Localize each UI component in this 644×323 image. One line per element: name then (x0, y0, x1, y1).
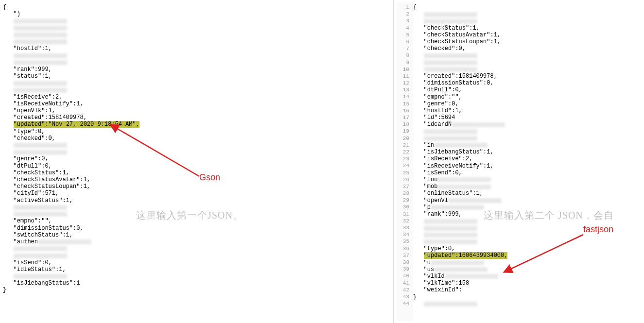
code-line: "vlkId (413, 273, 507, 280)
code-line (3, 204, 393, 211)
code-line: "switchStatus":1, (3, 232, 393, 238)
code-line-highlight: "updated":"Nov 27, 2020 9:18:54 AM", (3, 121, 393, 128)
line-number: 42 (397, 287, 409, 293)
line-number: 1 (397, 4, 409, 11)
code-line: } (413, 294, 507, 301)
line-number: 3 (397, 17, 409, 24)
line-number: 37 (397, 252, 409, 259)
code-line: "checkStatusLoupan":1, (3, 183, 393, 190)
code-line: "in (413, 142, 507, 149)
code-line (413, 128, 507, 135)
code-line: "isSend":0, (3, 259, 393, 266)
code-line (413, 232, 507, 238)
code-line: "checkStatusAvatar":1, (413, 32, 507, 38)
code-line (3, 245, 393, 252)
code-line: "hostId":1, (413, 107, 507, 114)
line-number: 29 (397, 197, 409, 204)
line-number: 17 (397, 114, 409, 121)
code-line (413, 238, 507, 245)
line-number: 7 (397, 45, 409, 52)
json-editor-right[interactable]: 1234567891011121314151617181920212223242… (394, 0, 644, 323)
line-number: 35 (397, 238, 409, 245)
code-line (413, 11, 507, 17)
code-line: "empno":"", (413, 94, 507, 101)
line-number: 2 (397, 11, 409, 17)
annotation-label-gson: Gson (199, 172, 220, 183)
code-line-highlight: "updated":1606439934000, (413, 252, 507, 259)
code-line: "type":0, (413, 245, 507, 252)
code-line (3, 86, 393, 93)
line-number: 22 (397, 149, 409, 155)
line-number: 11 (397, 73, 409, 80)
code-line: "genre":0, (413, 101, 507, 107)
line-number-gutter: 1234567891011121314151617181920212223242… (397, 2, 413, 321)
code-line: "dimissionStatus":0, (3, 225, 393, 232)
line-number: 43 (397, 293, 409, 300)
code-line (3, 17, 393, 24)
line-number: 28 (397, 190, 409, 197)
line-number: 27 (397, 183, 409, 190)
code-line (413, 225, 507, 232)
line-number: 36 (397, 245, 409, 252)
code-line (413, 17, 507, 24)
line-number: 33 (397, 224, 409, 231)
code-line: "weixinId": (413, 287, 507, 293)
line-number: 41 (397, 280, 409, 287)
code-line (413, 218, 507, 224)
line-number: 9 (397, 59, 409, 66)
code-line: } (3, 287, 393, 293)
code-line: "idcardN (413, 121, 507, 128)
code-line (413, 59, 507, 66)
code-line: "isJiebangStatus":1, (413, 149, 507, 155)
code-line: "genre":0, (3, 155, 393, 162)
code-line (413, 52, 507, 59)
code-line: "activeStatus":1, (3, 197, 393, 204)
code-line: "checkStatusLoupan":1, (413, 38, 507, 45)
code-line: "checked":0, (413, 45, 507, 52)
line-number: 4 (397, 25, 409, 32)
code-line: "rank":999, (3, 66, 393, 73)
line-number: 39 (397, 266, 409, 272)
line-number: 18 (397, 121, 409, 128)
line-number: 12 (397, 80, 409, 86)
line-number: 40 (397, 272, 409, 279)
code-line (413, 301, 507, 307)
line-number: 26 (397, 176, 409, 183)
code-line: "dimissionStatus":0, (413, 80, 507, 86)
code-line (413, 135, 507, 142)
code-line: "p (413, 204, 507, 211)
code-line (3, 273, 393, 280)
line-number: 21 (397, 142, 409, 149)
code-line (3, 149, 393, 155)
code-line: "cityId":571, (3, 190, 393, 197)
line-number: 16 (397, 107, 409, 114)
code-line (3, 32, 393, 38)
line-number: 10 (397, 66, 409, 73)
line-number: 6 (397, 38, 409, 45)
line-number: 13 (397, 86, 409, 93)
code-line (3, 80, 393, 86)
line-number: 23 (397, 155, 409, 162)
line-number: 38 (397, 259, 409, 266)
code-line: "isReceiveNotify":1, (413, 163, 507, 170)
code-line (3, 38, 393, 45)
line-number: 8 (397, 52, 409, 59)
line-number: 20 (397, 135, 409, 142)
code-line: "u (413, 259, 507, 266)
code-line: "empno":"", (3, 218, 393, 224)
code-line: "id":5694 (413, 114, 507, 121)
code-line: "isJiebangStatus":1 (3, 280, 393, 287)
line-number: 31 (397, 211, 409, 218)
line-number: 44 (397, 300, 409, 307)
json-editor-left[interactable]: { ") "hostId":1, "rank":999, "status":1,… (0, 0, 394, 323)
code-line (413, 66, 507, 73)
code-line: { (3, 4, 393, 11)
code-line: "created":1581409978, (413, 73, 507, 80)
code-line: "dtPull":0, (3, 163, 393, 170)
code-line: "checkStatus":1, (3, 170, 393, 176)
code-line: "authen (3, 238, 393, 245)
code-line: { (413, 4, 507, 11)
code-line: "rank":999, (413, 211, 507, 218)
code-line (3, 252, 393, 259)
code-line (3, 59, 393, 66)
